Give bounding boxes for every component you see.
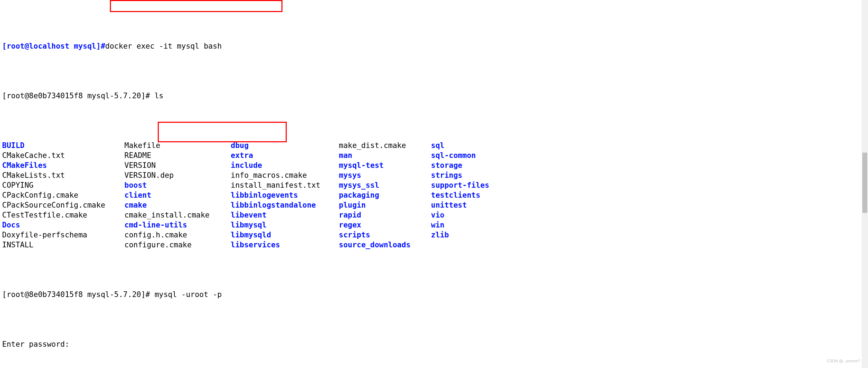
ls-item: man bbox=[339, 150, 431, 160]
ls-item: install_manifest.txt bbox=[231, 180, 339, 190]
cmd-mysql: mysql -uroot -p bbox=[155, 290, 222, 299]
ls-item: CTestTestfile.cmake bbox=[2, 210, 124, 220]
ls-item: mysys bbox=[339, 170, 431, 180]
ls-item: CMakeLists.txt bbox=[2, 170, 124, 180]
ls-item: COPYING bbox=[2, 180, 124, 190]
ls-item: CPackConfig.cmake bbox=[2, 190, 124, 200]
ls-item: dbug bbox=[231, 141, 339, 150]
ls-item: libevent bbox=[231, 210, 339, 220]
ls-item bbox=[431, 240, 866, 250]
ls-item: sql bbox=[431, 141, 866, 150]
ls-item: mysql-test bbox=[339, 160, 431, 170]
scrollbar-thumb[interactable] bbox=[862, 153, 867, 213]
ls-item: vio bbox=[431, 210, 866, 220]
prompt-line-3: [root@8e0b734015f8 mysql-5.7.20]# mysql … bbox=[2, 290, 866, 300]
prompt-line-1: [root@localhost mysql]#docker exec -it m… bbox=[2, 41, 866, 51]
ls-item: include bbox=[231, 160, 339, 170]
ls-item: cmake bbox=[124, 200, 231, 210]
ls-item: sql-common bbox=[431, 150, 866, 160]
ls-item: client bbox=[124, 190, 231, 200]
highlight-mysql-login bbox=[158, 122, 287, 142]
ls-item: rapid bbox=[339, 210, 431, 220]
ls-item: strings bbox=[431, 170, 866, 180]
ls-item: scripts bbox=[339, 230, 431, 240]
cmd-docker-exec: docker exec -it mysql bash bbox=[105, 42, 222, 50]
ls-item: source_downloads bbox=[339, 240, 431, 250]
ls-item: BUILD bbox=[2, 141, 124, 150]
prompt3-prefix: [root@8e0b734015f8 mysql-5.7.20]# bbox=[2, 290, 155, 299]
prompt-hash: # bbox=[101, 42, 105, 50]
ls-item: libservices bbox=[231, 240, 339, 250]
ls-item: config.h.cmake bbox=[124, 230, 231, 240]
ls-item: Makefile bbox=[124, 141, 231, 150]
highlight-docker-exec bbox=[110, 0, 282, 12]
ls-item: Docs bbox=[2, 220, 124, 230]
prompt-prefix: [root@localhost mysql] bbox=[2, 42, 101, 50]
ls-item: libmysqld bbox=[231, 230, 339, 240]
ls-item: zlib bbox=[431, 230, 866, 240]
ls-item: packaging bbox=[339, 190, 431, 200]
ls-item: win bbox=[431, 220, 866, 230]
ls-item: libbinlogevents bbox=[231, 190, 339, 200]
ls-item: cmd-line-utils bbox=[124, 220, 231, 230]
ls-item: VERSION.dep bbox=[124, 170, 231, 180]
ls-item: configure.cmake bbox=[124, 240, 231, 250]
ls-item: plugin bbox=[339, 200, 431, 210]
ls-item: CPackSourceConfig.cmake bbox=[2, 200, 124, 210]
terminal-output[interactable]: [root@localhost mysql]#docker exec -it m… bbox=[0, 0, 868, 368]
ls-item: CMakeCache.txt bbox=[2, 150, 124, 160]
ls-item: INSTALL bbox=[2, 240, 124, 250]
ls-item: testclients bbox=[431, 190, 866, 200]
ls-item: mysys_ssl bbox=[339, 180, 431, 190]
ls-item: VERSION bbox=[124, 160, 231, 170]
ls-item: Doxyfile-perfschema bbox=[2, 230, 124, 240]
ls-item: boost bbox=[124, 180, 231, 190]
watermark: CSDN @...emmm? bbox=[827, 356, 860, 366]
cmd-ls: ls bbox=[155, 92, 163, 100]
prompt-line-2: [root@8e0b734015f8 mysql-5.7.20]# ls bbox=[2, 91, 866, 101]
ls-item: libmysql bbox=[231, 220, 339, 230]
ls-listing: BUILDMakefiledbugmake_dist.cmakesqlCMake… bbox=[2, 141, 866, 250]
ls-item: cmake_install.cmake bbox=[124, 210, 231, 220]
ls-item: libbinlogstandalone bbox=[231, 200, 339, 210]
ls-item: make_dist.cmake bbox=[339, 141, 431, 150]
ls-item: storage bbox=[431, 160, 866, 170]
ls-item: unittest bbox=[431, 200, 866, 210]
mysql-out-1: Enter password: bbox=[2, 339, 866, 349]
ls-item: info_macros.cmake bbox=[231, 170, 339, 180]
ls-item: regex bbox=[339, 220, 431, 230]
scrollbar-vertical[interactable] bbox=[862, 0, 868, 368]
prompt2-prefix: [root@8e0b734015f8 mysql-5.7.20]# bbox=[2, 92, 155, 100]
ls-item: README bbox=[124, 150, 231, 160]
ls-item: extra bbox=[231, 150, 339, 160]
ls-item: CMakeFiles bbox=[2, 160, 124, 170]
ls-item: support-files bbox=[431, 180, 866, 190]
